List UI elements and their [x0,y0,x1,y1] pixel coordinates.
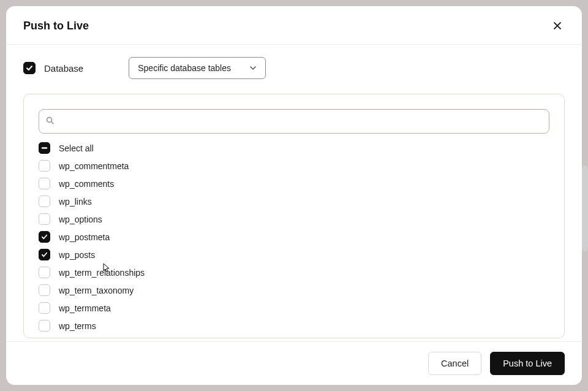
table-row[interactable]: wp_postmeta [39,231,549,243]
database-scope-select[interactable]: Specific database tables [129,57,266,79]
table-label: wp_postmeta [59,232,110,242]
modal-title: Push to Live [23,20,89,32]
table-row[interactable]: wp_term_relationships [39,267,549,278]
search-input[interactable] [39,109,549,134]
table-checkbox[interactable] [39,267,50,278]
table-checkbox[interactable] [39,178,50,189]
table-checkbox[interactable] [39,231,50,243]
table-row[interactable]: wp_commentmeta [39,160,549,172]
close-icon [552,21,562,31]
modal-body: Database Specific database tables [6,45,582,341]
table-row[interactable]: wp_posts [39,249,549,260]
table-list: Select all wp_commentmetawp_commentswp_l… [39,142,549,332]
table-row[interactable]: wp_terms [39,320,549,332]
table-label: wp_options [59,214,102,224]
checkmark-icon [41,251,48,258]
table-label: wp_termmeta [59,303,111,313]
chevron-down-icon [249,64,257,72]
database-checkbox[interactable] [23,62,36,74]
table-row[interactable]: wp_options [39,213,549,225]
table-label: wp_terms [59,321,96,331]
search-wrap [39,109,549,134]
table-checkbox[interactable] [39,320,50,332]
search-icon [46,116,54,127]
table-checkbox[interactable] [39,284,50,296]
database-row: Database Specific database tables [23,57,565,79]
select-all-label: Select all [59,143,94,153]
minus-icon [41,145,48,151]
scrollbar-thumb[interactable] [582,165,588,251]
table-label: wp_comments [59,179,114,189]
table-checkbox[interactable] [39,160,50,172]
table-label: wp_commentmeta [59,161,129,171]
table-checkbox[interactable] [39,249,50,260]
checkmark-icon [41,233,48,240]
table-label: wp_term_taxonomy [59,286,134,295]
select-all-row[interactable]: Select all [39,142,549,154]
close-button[interactable] [550,18,565,33]
cancel-button[interactable]: Cancel [428,352,481,375]
push-button[interactable]: Push to Live [490,352,565,375]
table-label: wp_links [59,197,92,207]
modal-push-to-live: Push to Live Database Specific database … [6,6,582,385]
table-checkbox[interactable] [39,196,50,207]
modal-footer: Cancel Push to Live [6,341,582,385]
table-row[interactable]: wp_comments [39,178,549,189]
checkmark-icon [26,64,33,72]
database-label: Database [44,63,83,74]
modal-header: Push to Live [6,6,582,45]
select-all-checkbox[interactable] [39,142,50,154]
table-label: wp_term_relationships [59,268,145,278]
table-checkbox[interactable] [39,213,50,225]
table-row[interactable]: wp_term_taxonomy [39,284,549,296]
select-value: Specific database tables [138,63,231,73]
table-checkbox[interactable] [39,302,50,314]
tables-panel: Select all wp_commentmetawp_commentswp_l… [23,94,565,338]
table-row[interactable]: wp_termmeta [39,302,549,314]
table-row[interactable]: wp_links [39,196,549,207]
table-label: wp_posts [59,250,95,260]
